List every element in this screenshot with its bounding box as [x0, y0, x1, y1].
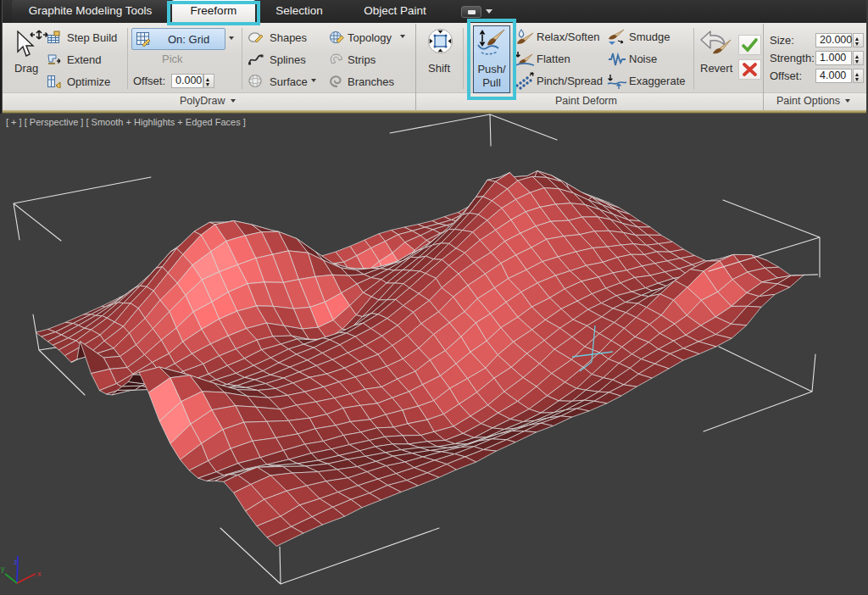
svg-text:y: y — [1, 564, 5, 573]
svg-text:x: x — [37, 570, 42, 578]
svg-text:z: z — [14, 558, 18, 566]
